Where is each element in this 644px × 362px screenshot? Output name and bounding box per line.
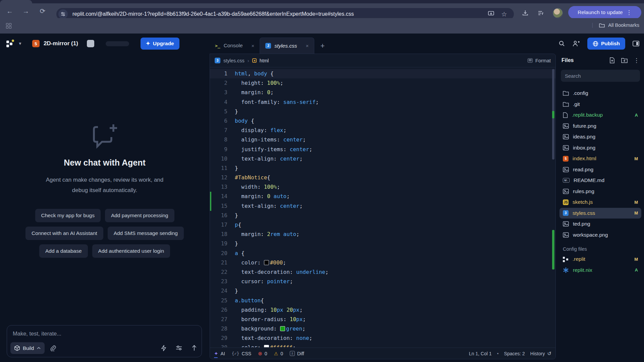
code-line[interactable]: 15 text-align: center; bbox=[210, 201, 555, 211]
code-line[interactable]: 10 text-align: center; bbox=[210, 154, 555, 164]
new-tab-button[interactable]: + bbox=[320, 42, 325, 50]
agent-prompt-box[interactable]: Make, test, iterate... Build bbox=[7, 325, 202, 357]
relaunch-to-update-button[interactable]: Relaunch to update ⋮ bbox=[568, 6, 641, 19]
file-row[interactable]: ted.png bbox=[559, 219, 641, 230]
workspace-menu-chevron-icon[interactable]: ▼ bbox=[18, 41, 22, 46]
upgrade-button[interactable]: ✦ Upgrade bbox=[141, 38, 179, 50]
code-line[interactable]: 25a.button{ bbox=[210, 296, 555, 305]
downloads-icon[interactable] bbox=[522, 10, 529, 16]
file-row[interactable]: workspace.png bbox=[559, 230, 641, 241]
file-row[interactable]: .config bbox=[559, 88, 641, 99]
diff-button[interactable]: ± Diff bbox=[290, 351, 304, 356]
publish-button[interactable]: Publish bbox=[587, 38, 625, 50]
file-row[interactable]: replit.nixA bbox=[559, 265, 641, 276]
code-line[interactable]: 11} bbox=[210, 164, 555, 173]
files-menu-icon[interactable]: ⋮ bbox=[634, 57, 639, 64]
indentation-setting[interactable]: Spaces: 2 bbox=[504, 351, 525, 356]
code-line[interactable]: 27 border-radius: 10px; bbox=[210, 315, 555, 324]
format-button[interactable]: Format bbox=[528, 58, 551, 63]
file-row[interactable]: read.png bbox=[559, 164, 641, 175]
bookmark-star-icon[interactable]: ☆ bbox=[500, 10, 508, 18]
close-icon[interactable]: × bbox=[252, 43, 255, 49]
ai-toggle[interactable]: ✦ AI bbox=[214, 351, 225, 357]
code-line[interactable]: 28 background: green; bbox=[210, 324, 555, 334]
agent-prompt-placeholder[interactable]: Make, test, iterate... bbox=[13, 330, 61, 337]
code-line[interactable]: 29 text-decoration: none; bbox=[210, 334, 555, 343]
color-swatch[interactable] bbox=[264, 345, 269, 347]
layout-toggle-icon[interactable] bbox=[633, 41, 639, 47]
code-line[interactable]: 5} bbox=[210, 107, 555, 116]
code-line[interactable]: 2 height: 100%; bbox=[210, 78, 555, 88]
reload-button[interactable]: ⟳ bbox=[39, 7, 46, 15]
code-line[interactable]: 16} bbox=[210, 211, 555, 220]
new-file-icon[interactable] bbox=[609, 57, 615, 63]
code-line[interactable]: 3 margin: 0; bbox=[210, 88, 555, 97]
agent-chip[interactable]: Connect with an AI Assistant bbox=[25, 227, 103, 240]
language-indicator[interactable]: {✓} CSS bbox=[232, 351, 251, 356]
code-line[interactable]: 17p{ bbox=[210, 220, 555, 230]
all-bookmarks-button[interactable]: All Bookmarks bbox=[608, 22, 639, 28]
replit-logo-icon[interactable] bbox=[6, 40, 14, 48]
cursor-position[interactable]: Ln 1, Col 1 bbox=[469, 351, 492, 356]
file-row[interactable]: 3styles.cssM bbox=[559, 208, 641, 219]
code-line[interactable]: 9 justify-items: center; bbox=[210, 145, 555, 154]
agent-chip[interactable]: Add authenticated user login bbox=[92, 244, 170, 258]
profile-avatar[interactable] bbox=[553, 8, 563, 18]
agent-chip[interactable]: Add SMS message sending bbox=[108, 227, 184, 240]
install-app-icon[interactable] bbox=[488, 10, 495, 18]
search-icon[interactable] bbox=[558, 40, 565, 47]
color-swatch[interactable] bbox=[264, 260, 269, 265]
code-line[interactable]: 13 width: 100%; bbox=[210, 182, 555, 192]
code-line[interactable]: 8 align-items: center; bbox=[210, 135, 555, 144]
file-row[interactable]: JSsketch.jsM bbox=[559, 197, 641, 208]
files-search-input[interactable]: Search bbox=[561, 70, 640, 82]
file-row[interactable]: rules.png bbox=[559, 186, 641, 197]
agent-chip[interactable]: Add a database bbox=[39, 244, 88, 258]
code-lines[interactable]: 1html, body {2 height: 100%;3 margin: 0;… bbox=[210, 68, 555, 347]
code-line[interactable]: 22 text-decoration: underline; bbox=[210, 267, 555, 277]
project-title[interactable]: 2D-mirror (1) bbox=[44, 40, 78, 47]
site-settings-icon[interactable] bbox=[58, 9, 68, 19]
code-line[interactable]: 30 color: #ffffff; bbox=[210, 343, 555, 347]
quick-actions-icon[interactable] bbox=[161, 345, 166, 351]
build-mode-button[interactable]: Build bbox=[10, 342, 45, 354]
code-line[interactable]: 26 padding: 10px 20px; bbox=[210, 305, 555, 315]
code-line[interactable]: 7 display: flex; bbox=[210, 126, 555, 135]
code-line[interactable]: 4 font-family: sans-serif; bbox=[210, 98, 555, 107]
file-row[interactable]: inbox.png bbox=[559, 142, 641, 154]
tab-console[interactable]: >_ Console × bbox=[210, 38, 260, 54]
stop-button[interactable] bbox=[87, 40, 94, 47]
browser-menu-icon[interactable]: ⋮ bbox=[626, 9, 632, 16]
reading-list-icon[interactable] bbox=[537, 10, 544, 16]
settings-sliders-icon[interactable] bbox=[176, 345, 182, 351]
file-row[interactable]: 5index.htmlM bbox=[559, 153, 641, 164]
code-line[interactable]: 6body { bbox=[210, 116, 555, 126]
code-line[interactable]: 21 color: #000; bbox=[210, 258, 555, 267]
close-icon[interactable]: × bbox=[306, 43, 309, 49]
file-row[interactable]: .git bbox=[559, 99, 641, 110]
errors-indicator[interactable]: ⊗ 0 bbox=[258, 351, 267, 357]
forward-button[interactable]: → bbox=[22, 7, 30, 15]
file-row[interactable]: M↓README.md bbox=[559, 175, 641, 186]
breadcrumb-node[interactable]: html bbox=[260, 58, 269, 63]
tab-styles-css[interactable]: 3 styles.css × bbox=[260, 38, 314, 54]
back-button[interactable]: ← bbox=[6, 7, 13, 15]
file-row[interactable]: ideas.png bbox=[559, 131, 641, 142]
color-swatch[interactable] bbox=[280, 326, 285, 331]
code-line[interactable]: 23 cursor: pointer; bbox=[210, 277, 555, 286]
file-row[interactable]: .replitM bbox=[559, 254, 641, 265]
code-line[interactable]: 1html, body { bbox=[210, 69, 555, 78]
code-line[interactable]: 19} bbox=[210, 239, 555, 248]
new-folder-icon[interactable] bbox=[621, 58, 628, 63]
agent-chip[interactable]: Check my app for bugs bbox=[35, 209, 101, 222]
agent-chip[interactable]: Add payment processing bbox=[105, 209, 174, 222]
history-button[interactable]: History ↺ bbox=[530, 351, 551, 357]
code-line[interactable]: 24} bbox=[210, 286, 555, 296]
code-line[interactable]: 12#TabNotice{ bbox=[210, 173, 555, 182]
editor-scrollbar[interactable] bbox=[552, 69, 554, 346]
attach-file-icon[interactable] bbox=[50, 345, 56, 351]
warnings-indicator[interactable]: ⚠ 0 bbox=[274, 351, 283, 356]
file-row[interactable]: .replit.backupA bbox=[559, 110, 641, 121]
invite-user-icon[interactable] bbox=[573, 40, 580, 47]
file-row[interactable]: future.png bbox=[559, 121, 641, 132]
